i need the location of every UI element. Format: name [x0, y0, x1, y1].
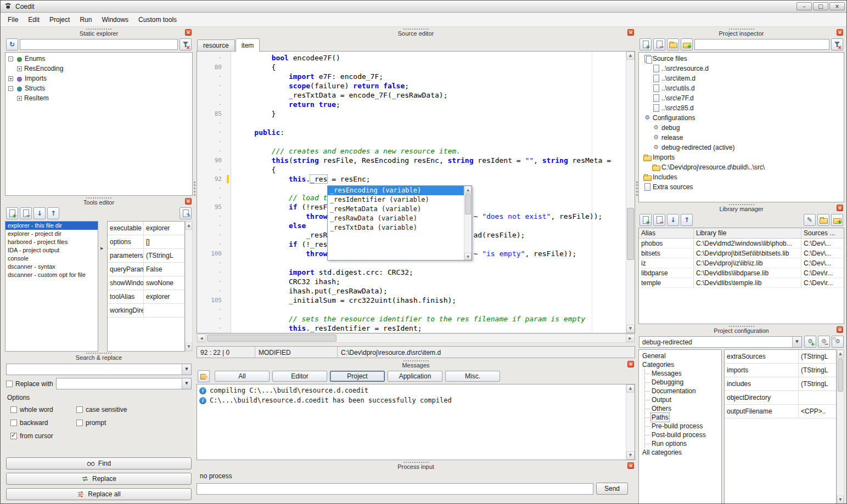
category-messages[interactable]: Messages	[644, 369, 721, 378]
menu-file[interactable]: File	[3, 14, 23, 26]
tool-item-harbored-project-files[interactable]: harbored - project files	[5, 238, 98, 246]
chevron-down-icon[interactable]	[182, 378, 191, 389]
tool-item-explorer-project-dir[interactable]: explorer - project dir	[5, 230, 98, 238]
send-button[interactable]: Send	[596, 483, 628, 495]
tree-item[interactable]: ..\src\item.d	[639, 73, 844, 83]
close-panel-button[interactable]	[185, 29, 192, 36]
panel-header[interactable]: Search & replace	[5, 352, 193, 361]
completion-item[interactable]: _resIdentifier (variable)	[328, 195, 464, 205]
tree-item[interactable]: ..\src\e7F.d	[639, 93, 844, 103]
code-line[interactable]: import std.digest.crc: CRC32;	[237, 268, 626, 277]
completion-item[interactable]: _resTxtData (variable)	[328, 223, 464, 233]
code-line[interactable]: _resTxtData = encode_7F(_resRawData);	[237, 90, 626, 100]
code-line[interactable]: public:	[237, 128, 626, 137]
symbol-search-input[interactable]	[20, 39, 178, 50]
table-row[interactable]: templeC:\Dev\dlibs\temple.libC:\Dev\r...	[639, 278, 844, 288]
close-panel-button[interactable]	[627, 361, 634, 367]
menu-run[interactable]: Run	[75, 14, 97, 26]
tree-item[interactable]: debug	[639, 123, 844, 133]
scroll-right-icon[interactable]	[626, 334, 635, 342]
panel-grip[interactable]	[729, 29, 754, 30]
expand-box[interactable]: +	[17, 66, 22, 71]
tree-item[interactable]: ..\src\utils.d	[639, 83, 844, 93]
panel-grip[interactable]	[86, 353, 111, 354]
completion-item[interactable]: _resEncoding (variable)	[328, 186, 464, 195]
code-line[interactable]: this._resIdentifier = resIdent;	[237, 324, 626, 333]
tree-item[interactable]: Imports	[639, 152, 844, 162]
scroll-down-icon[interactable]	[464, 253, 472, 260]
option-prompt[interactable]: prompt	[76, 419, 187, 427]
add-tool-button[interactable]	[6, 207, 18, 219]
category-all-categories[interactable]: All categories	[639, 448, 721, 457]
table-row[interactable]: izC:\Dev\dproj\iz\lib\iz.libC:\Dev\...	[639, 258, 844, 268]
category-run-options[interactable]: Run options	[644, 439, 721, 448]
category-output[interactable]: Output	[644, 395, 721, 404]
filter-project-button[interactable]: Project	[330, 371, 385, 382]
scroll-up-icon[interactable]	[186, 222, 192, 230]
category-post-build-process[interactable]: Post-build process	[644, 431, 721, 439]
panel-grip[interactable]	[729, 326, 754, 327]
tree-item[interactable]: Source files	[639, 54, 844, 64]
panel-grip[interactable]	[86, 197, 111, 199]
tree-item[interactable]: ..\src\z85.d	[639, 103, 844, 113]
code-line[interactable]	[237, 118, 626, 128]
scroll-thumb[interactable]	[838, 359, 843, 392]
panel-grip[interactable]	[729, 204, 754, 205]
search-term-combo[interactable]	[6, 364, 192, 375]
close-panel-button[interactable]	[837, 29, 843, 36]
panel-header[interactable]: Tools editor	[5, 197, 193, 206]
scroll-left-icon[interactable]	[197, 334, 206, 342]
column-header-library-file[interactable]: Library file	[694, 228, 801, 238]
left-column-splitter[interactable]	[194, 182, 195, 196]
tree-item[interactable]: C:\Dev\dproj\resource.d\build\..\src\	[639, 162, 844, 172]
tool-item-dscanner-syntax[interactable]: dscanner - syntax	[5, 263, 98, 271]
property-value[interactable]: []	[144, 235, 184, 248]
filter-files-button[interactable]	[831, 38, 843, 50]
close-panel-button[interactable]	[627, 29, 634, 36]
editor-horizontal-scrollbar[interactable]	[197, 333, 635, 343]
find-button[interactable]: Find	[6, 457, 192, 469]
filter-application-button[interactable]: Application	[388, 371, 442, 382]
filter-all-button[interactable]: All	[215, 371, 270, 382]
code-line[interactable]: _initialSum = crc322uint(ihash.finish);	[237, 296, 626, 305]
close-panel-button[interactable]	[185, 198, 192, 205]
tree-item[interactable]: ..\src\resource.d	[639, 64, 844, 73]
completion-item[interactable]: _resMetaData (variable)	[328, 205, 464, 214]
table-row[interactable]: libdparseC:\Dev\dlibs\libdparse.libC:\De…	[639, 268, 844, 278]
tools-list[interactable]: explorer - this file direxplorer - proje…	[5, 221, 98, 352]
filter-symbols-button[interactable]	[180, 38, 192, 50]
property-value[interactable]: <CPP>..	[799, 405, 836, 418]
panel-grip[interactable]	[86, 29, 111, 30]
scroll-up-icon[interactable]	[626, 52, 635, 60]
code-line[interactable]: /// creates and encodes a new resource i…	[237, 146, 626, 156]
minimize-button[interactable]	[796, 2, 812, 10]
code-line[interactable]: import e7F: encode_7F;	[237, 72, 626, 81]
category-documentation[interactable]: Documentation	[644, 387, 721, 395]
tool-item-ida-project-output[interactable]: IDA - project output	[5, 246, 98, 254]
category-categories[interactable]: Categories	[639, 360, 721, 369]
code-line[interactable]: ihash.put(_resRawData);	[237, 286, 626, 296]
scroll-down-icon[interactable]	[626, 325, 635, 333]
panel-header[interactable]: Messages	[197, 360, 635, 369]
add-configuration-button[interactable]	[804, 336, 816, 348]
collapse-box[interactable]: -	[8, 56, 13, 61]
tree-item[interactable]: debug-redirected (active)	[639, 143, 844, 152]
open-project-folder-button[interactable]	[667, 38, 679, 50]
checkbox[interactable]	[76, 420, 83, 426]
property-value[interactable]: (TStringL	[799, 350, 836, 363]
close-panel-button[interactable]	[837, 326, 843, 333]
tree-item[interactable]: +ResEncoding	[5, 64, 192, 73]
panel-grip[interactable]	[403, 360, 429, 361]
replace-with-checkbox[interactable]	[6, 381, 13, 387]
property-value[interactable]: (TStringL	[799, 377, 836, 390]
code-line[interactable]: scope(failure) return false;	[237, 81, 626, 90]
code-line[interactable]: CRC32 ihash;	[237, 277, 626, 286]
message-list[interactable]: icompiling C:\...\build\resource.d.coedi…	[197, 384, 635, 460]
tree-item[interactable]: +Imports	[5, 73, 192, 83]
tool-grid-scrollbar[interactable]	[185, 221, 193, 352]
code-line[interactable]: {	[237, 63, 626, 72]
code-line[interactable]: // sets the resource identifier to the r…	[237, 314, 626, 324]
project-tree[interactable]: Source files..\src\resource.d..\src\item…	[638, 52, 844, 202]
code-line[interactable]: return true;	[237, 100, 626, 109]
title-bar[interactable]: Coedit	[1, 1, 847, 13]
